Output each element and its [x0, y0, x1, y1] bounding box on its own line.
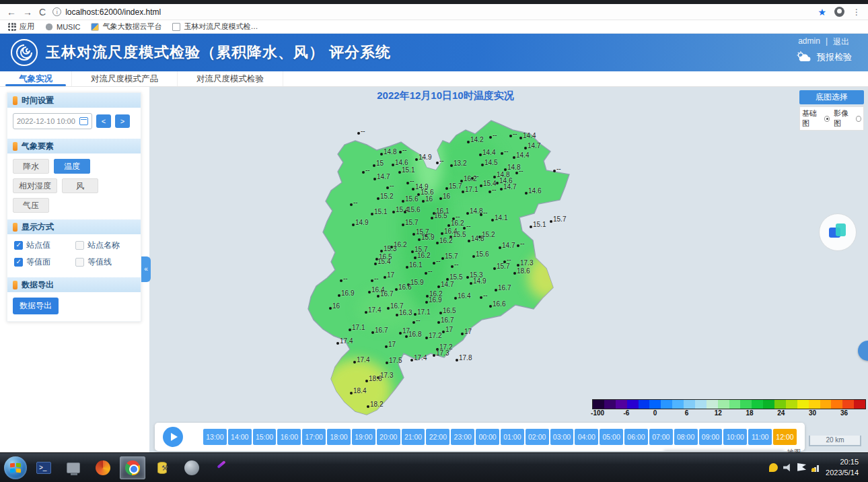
- hour-button-04:00[interactable]: 04:00: [575, 429, 598, 445]
- station-value: 17: [464, 328, 472, 335]
- legend-color-step: [718, 400, 729, 409]
- element-button-风[interactable]: 风: [62, 178, 98, 193]
- hour-button-06:00[interactable]: 06:00: [624, 429, 648, 445]
- hour-button-11:00[interactable]: 11:00: [748, 429, 772, 445]
- checkbox-icon[interactable]: [75, 241, 84, 250]
- hour-button-02:00[interactable]: 02:00: [526, 429, 549, 445]
- profile-icon[interactable]: [834, 7, 844, 17]
- forward-icon[interactable]: →: [23, 7, 32, 17]
- element-button-相对湿度[interactable]: 相对湿度: [13, 178, 57, 193]
- bookmark-item[interactable]: 气象大数据云平台: [91, 22, 161, 32]
- station-value: --: [428, 267, 433, 275]
- hour-button-20:00[interactable]: 20:00: [377, 429, 400, 445]
- reload-icon[interactable]: C: [39, 7, 46, 17]
- legend-tick-label: -100: [591, 409, 604, 417]
- play-button[interactable]: [163, 427, 183, 447]
- hour-button-12:00[interactable]: 12:00: [773, 429, 797, 445]
- data-export-button[interactable]: 数据导出: [13, 298, 59, 314]
- display-option-站点名称[interactable]: 站点名称: [75, 240, 134, 251]
- time-next-button[interactable]: >: [115, 114, 130, 128]
- hour-button-22:00[interactable]: 22:00: [426, 429, 449, 445]
- element-button-温度[interactable]: 温度: [54, 159, 90, 174]
- hour-button-08:00[interactable]: 08:00: [674, 429, 698, 445]
- basemap-option-影像图[interactable]: 影像图: [834, 108, 861, 129]
- tab-对流尺度模式检验[interactable]: 对流尺度模式检验: [178, 71, 283, 86]
- taskbar-clock[interactable]: 20:15 2023/5/14: [826, 457, 859, 478]
- station-value: 16.7: [375, 326, 388, 334]
- hour-button-09:00[interactable]: 09:00: [699, 429, 723, 445]
- docs-floating-badge[interactable]: [819, 213, 857, 251]
- hour-button-14:00[interactable]: 14:00: [228, 429, 252, 445]
- hour-button-01:00[interactable]: 01:00: [501, 429, 524, 445]
- checkbox-icon[interactable]: [14, 241, 23, 250]
- back-icon[interactable]: ←: [7, 7, 16, 17]
- browser-menu-icon[interactable]: ⋮: [853, 7, 861, 17]
- station-value: 15.7: [445, 252, 458, 260]
- station-value: 15.4: [483, 180, 496, 187]
- display-option-等值线[interactable]: 等值线: [75, 256, 134, 268]
- station-dot-icon: [405, 335, 408, 338]
- basemap-select-button[interactable]: 底图选择: [799, 90, 864, 104]
- radio-icon[interactable]: [856, 116, 861, 122]
- start-button[interactable]: [4, 456, 27, 479]
- hour-button-05:00[interactable]: 05:00: [600, 429, 623, 445]
- taskbar-powershell-icon[interactable]: >_: [31, 456, 57, 479]
- station-dot-icon: [399, 151, 402, 153]
- hour-button-18:00[interactable]: 18:00: [327, 429, 351, 445]
- taskbar-chrome-icon[interactable]: [120, 456, 145, 479]
- site-info-icon[interactable]: i: [52, 7, 61, 16]
- bookmark-star-icon[interactable]: ★: [818, 7, 826, 18]
- station-dot-icon: [386, 186, 389, 189]
- station-dot-icon: [410, 359, 413, 362]
- hour-button-13:00[interactable]: 13:00: [203, 429, 227, 445]
- taskbar-devices-icon[interactable]: [61, 456, 86, 479]
- address-bar[interactable]: i localhost:62000/index.html: [52, 7, 811, 17]
- tray-volume-muted-icon[interactable]: [783, 463, 792, 472]
- bookmark-item[interactable]: 玉林对流尺度模式检…: [172, 22, 258, 32]
- station-value: 14.8: [384, 148, 396, 156]
- hour-button-17:00[interactable]: 17:00: [302, 429, 326, 445]
- element-button-降水[interactable]: 降水: [13, 159, 49, 174]
- checkbox-icon[interactable]: [14, 258, 23, 267]
- tab-气象实况[interactable]: 气象实况: [0, 71, 72, 86]
- hour-button-19:00[interactable]: 19:00: [352, 429, 375, 445]
- station-value: 18.4: [353, 387, 366, 394]
- basemap-option-基础图[interactable]: 基础图: [802, 108, 830, 129]
- logout-link[interactable]: 退出: [833, 36, 849, 48]
- sidebar-collapse-handle[interactable]: «: [141, 256, 151, 282]
- radio-icon[interactable]: [824, 116, 830, 122]
- tray-action-center-icon[interactable]: [797, 463, 806, 472]
- bookmark-item[interactable]: 应用: [8, 22, 34, 32]
- map-area[interactable]: 2022年12月10日10时温度实况 --14.8--14.91514.615.…: [149, 87, 868, 452]
- hour-button-16:00[interactable]: 16:00: [277, 429, 301, 445]
- display-option-等值面[interactable]: 等值面: [14, 256, 73, 268]
- taskbar-internet-icon[interactable]: [179, 456, 205, 479]
- taskbar-database-tool-icon[interactable]: [149, 456, 175, 479]
- hour-button-00:00[interactable]: 00:00: [476, 429, 499, 445]
- bookmark-item[interactable]: MUSIC: [45, 23, 80, 31]
- station-dot-icon: [371, 331, 374, 334]
- legend-tick-label: -6: [623, 409, 629, 417]
- calendar-icon[interactable]: [79, 117, 88, 125]
- hour-button-23:00[interactable]: 23:00: [451, 429, 474, 445]
- hour-button-10:00[interactable]: 10:00: [723, 429, 747, 445]
- forecast-verification-link[interactable]: 预报检验: [795, 51, 852, 63]
- taskbar-snagit-icon[interactable]: [209, 456, 234, 479]
- page-title: 玉林对流尺度模式检验（累积降水、风） 评分系统: [46, 42, 391, 63]
- datetime-input[interactable]: 2022-12-10 10:00: [13, 113, 92, 129]
- taskbar-browser-icon[interactable]: [90, 456, 116, 479]
- station-dot-icon: [442, 331, 445, 333]
- station-value: 16.4: [458, 292, 470, 300]
- hour-button-21:00[interactable]: 21:00: [402, 429, 425, 445]
- element-button-气压[interactable]: 气压: [13, 198, 49, 213]
- checkbox-icon[interactable]: [75, 258, 84, 267]
- display-option-站点值[interactable]: 站点值: [14, 240, 73, 251]
- station-dot-icon: [352, 223, 355, 226]
- tray-ime-icon[interactable]: [769, 463, 778, 472]
- time-prev-button[interactable]: <: [96, 114, 111, 128]
- hour-button-07:00[interactable]: 07:00: [649, 429, 673, 445]
- hour-button-03:00[interactable]: 03:00: [550, 429, 574, 445]
- hour-button-15:00[interactable]: 15:00: [253, 429, 277, 445]
- tab-对流尺度模式产品[interactable]: 对流尺度模式产品: [72, 71, 178, 86]
- tray-network-warning-icon[interactable]: [811, 463, 820, 472]
